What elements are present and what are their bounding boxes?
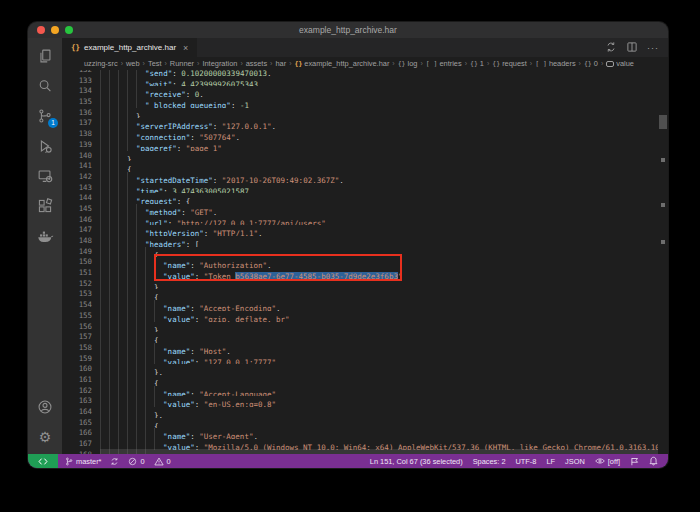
array-symbol-icon: [ ] <box>426 60 438 68</box>
breadcrumb-item[interactable]: Runner <box>170 59 194 68</box>
feedback-icon[interactable] <box>630 457 639 466</box>
code-line[interactable]: 148"headers": [ <box>62 236 658 247</box>
horizontal-scrollbar[interactable] <box>100 449 658 454</box>
code-line[interactable]: 153{ <box>62 289 658 300</box>
remote-explorer-icon[interactable] <box>34 165 56 187</box>
code-line[interactable]: 134"receive": 0, <box>62 86 658 97</box>
code-line[interactable]: 164}, <box>62 407 658 418</box>
tab-label: example_http_archive.har <box>84 43 176 52</box>
cursor-position-status[interactable]: Ln 151, Col 67 (36 selected) <box>370 457 463 466</box>
breadcrumb-separator: › <box>530 60 532 67</box>
breadcrumb-item[interactable]: har <box>275 59 286 68</box>
code-line[interactable]: 165{ <box>62 418 658 429</box>
breadcrumb-item[interactable]: {}example_http_archive.har <box>294 59 389 68</box>
status-bar: master* 0 0 Ln 151, Col 67 (36 selected)… <box>28 454 668 468</box>
object-symbol-icon: {} <box>294 60 302 68</box>
code-line[interactable]: 144"request": { <box>62 193 658 204</box>
split-editor-icon[interactable] <box>626 39 638 57</box>
more-actions-icon[interactable]: ··· <box>647 43 659 53</box>
code-line[interactable]: 138"connection": "507764", <box>62 129 658 140</box>
breadcrumb-item[interactable]: assets <box>246 59 267 68</box>
line-number: 147 <box>62 225 92 236</box>
line-number: 142 <box>62 172 92 183</box>
tab-example-http-archive[interactable]: {} example_http_archive.har × <box>62 38 198 57</box>
code-line[interactable]: 161{ <box>62 375 658 386</box>
overview-ruler-mark <box>661 158 665 162</box>
extensions-icon[interactable] <box>34 195 56 217</box>
breadcrumb-item[interactable]: [ ]headers <box>535 59 575 68</box>
code-line[interactable]: 158"name": "Host", <box>62 343 658 354</box>
code-line[interactable]: 140}, <box>62 151 658 162</box>
code-line[interactable]: 136}, <box>62 108 658 119</box>
source-control-icon[interactable]: 1 <box>34 105 56 127</box>
vertical-scrollbar[interactable] <box>658 70 668 454</box>
line-number: 161 <box>62 375 92 386</box>
tab-close-icon[interactable]: × <box>183 43 188 53</box>
breadcrumb-item[interactable]: value <box>606 59 634 68</box>
code-line[interactable]: 155"value": "gzip, deflate, br" <box>62 311 658 322</box>
code-line[interactable]: 141{ <box>62 161 658 172</box>
search-icon[interactable] <box>34 75 56 97</box>
warnings-status[interactable]: 0 <box>154 457 171 466</box>
line-number: 155 <box>62 311 92 322</box>
code-line[interactable]: 147"httpVersion": "HTTP/1.1", <box>62 225 658 236</box>
code-line[interactable]: 145"method": "GET", <box>62 204 658 215</box>
breadcrumb-item[interactable]: {}log <box>398 59 418 68</box>
breadcrumb-separator: › <box>487 60 489 67</box>
eye-icon <box>595 457 605 465</box>
language-mode-status[interactable]: JSON <box>565 457 585 466</box>
code-line[interactable]: 162"name": "Accept-Language", <box>62 386 658 397</box>
code-line[interactable]: 166"name": "User-Agent", <box>62 428 658 439</box>
code-line[interactable]: 143"time": 3.474363005021587, <box>62 183 658 194</box>
scm-badge: 1 <box>48 118 58 128</box>
errors-status[interactable]: 0 <box>128 457 144 466</box>
line-number: 141 <box>62 161 92 172</box>
sync-icon[interactable] <box>110 457 119 466</box>
tslint-status[interactable]: [off] <box>595 457 620 466</box>
code-line[interactable]: 157{ <box>62 332 658 343</box>
breadcrumb-item[interactable]: Integration <box>202 59 237 68</box>
settings-gear-icon[interactable]: ⚙ <box>34 426 56 448</box>
breadcrumb-item[interactable]: {}0 <box>584 59 598 68</box>
breadcrumb-separator: › <box>270 60 272 67</box>
breadcrumb-item[interactable]: web <box>126 59 140 68</box>
line-number: 158 <box>62 343 92 354</box>
line-number: 166 <box>62 428 92 439</box>
zoom-window-button[interactable] <box>65 26 73 34</box>
line-number: 153 <box>62 289 92 300</box>
code-line[interactable]: 133"wait": 4.423999926075343, <box>62 76 658 87</box>
code-line[interactable]: 156}, <box>62 322 658 333</box>
encoding-status[interactable]: UTF-8 <box>516 457 537 466</box>
breadcrumb-item[interactable]: uzzing-src <box>84 59 118 68</box>
run-debug-icon[interactable] <box>34 135 56 157</box>
scrollbar-thumb[interactable] <box>659 115 667 129</box>
code-line[interactable]: 154"name": "Accept-Encoding", <box>62 300 658 311</box>
code-line[interactable]: 137"serverIPAddress": "127.0.0.1", <box>62 118 658 129</box>
code-line[interactable]: 142"startedDateTime": "2017-10-26T09:49:… <box>62 172 658 183</box>
window-controls <box>37 26 73 34</box>
eol-status[interactable]: LF <box>546 457 555 466</box>
indentation-status[interactable]: Spaces: 2 <box>473 457 506 466</box>
docker-icon[interactable] <box>34 225 56 247</box>
minimize-window-button[interactable] <box>51 26 59 34</box>
breadcrumb-item[interactable]: Test <box>148 59 162 68</box>
breadcrumb-item[interactable]: [ ]entries <box>426 59 462 68</box>
close-window-button[interactable] <box>37 26 45 34</box>
code-line[interactable]: 135"_blocked_queueing": -1 <box>62 97 658 108</box>
object-symbol-icon: {} <box>492 60 500 68</box>
notifications-bell-icon[interactable] <box>649 456 658 466</box>
code-line[interactable]: 139"pageref": "page_1" <box>62 140 658 151</box>
overview-ruler-mark <box>661 240 665 244</box>
breadcrumb-item[interactable]: {}request <box>492 59 526 68</box>
code-line[interactable]: 160}, <box>62 364 658 375</box>
accounts-icon[interactable] <box>34 396 56 418</box>
remote-indicator[interactable] <box>28 454 58 468</box>
editor[interactable]: 132"send": 0.10200000339470013,133"wait"… <box>62 70 668 454</box>
code-line[interactable]: 159"value": "127.0.0.1:7777" <box>62 354 658 365</box>
git-branch-status[interactable]: master* <box>65 457 101 466</box>
explorer-icon[interactable] <box>34 45 56 67</box>
code-line[interactable]: 146"url": "http://127.0.0.1:7777/api/use… <box>62 215 658 226</box>
breadcrumb-item[interactable]: {}1 <box>470 59 484 68</box>
code-line[interactable]: 163"value": "en-US,en;q=0.8" <box>62 396 658 407</box>
open-changes-icon[interactable] <box>605 39 617 57</box>
